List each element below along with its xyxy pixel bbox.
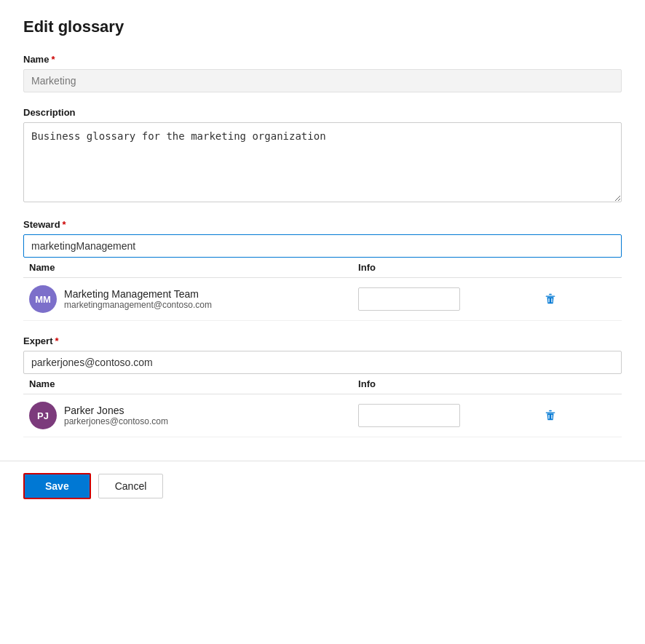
expert-label: Expert * — [23, 335, 622, 346]
steward-email: marketingmanagement@contoso.com — [64, 300, 212, 310]
expert-col-info: Info — [352, 374, 532, 394]
description-section: Description Business glossary for the ma… — [23, 107, 622, 204]
expert-name: Parker Jones — [64, 405, 168, 416]
expert-table: Name Info PJ Parker Jones parkerjones@co… — [23, 374, 622, 437]
edit-glossary-form: Edit glossary Name * Description Busines… — [0, 0, 645, 437]
name-section: Name * — [23, 54, 622, 92]
steward-info-input[interactable] — [358, 287, 460, 311]
steward-table: Name Info MM Marketing Management Team m… — [23, 258, 622, 321]
steward-col-name: Name — [23, 258, 352, 278]
expert-avatar: PJ — [29, 402, 57, 429]
steward-required-star: * — [63, 219, 66, 230]
footer-bar: Save Cancel — [0, 461, 645, 511]
svg-rect-3 — [549, 410, 552, 411]
expert-person-info: PJ Parker Jones parkerjones@contoso.com — [29, 402, 347, 429]
name-input[interactable] — [23, 69, 622, 92]
steward-col-info: Info — [352, 258, 532, 278]
expert-info-input[interactable] — [358, 404, 460, 427]
expert-col-name: Name — [23, 374, 352, 394]
cancel-button[interactable]: Cancel — [98, 474, 164, 498]
description-label: Description — [23, 107, 622, 118]
expert-search-input[interactable] — [23, 351, 622, 374]
page-title: Edit glossary — [23, 17, 622, 36]
svg-rect-0 — [545, 296, 555, 297]
expert-section: Expert * Name Info PJ Parker Jo — [23, 335, 622, 437]
expert-required-star: * — [55, 335, 58, 346]
steward-label: Steward * — [23, 219, 622, 230]
steward-avatar: MM — [29, 285, 57, 313]
steward-section: Steward * Name Info MM Marketin — [23, 219, 622, 321]
expert-email: parkerjones@contoso.com — [64, 416, 168, 426]
name-required-star: * — [51, 54, 55, 65]
steward-name: Marketing Management Team — [64, 288, 212, 300]
expert-row: PJ Parker Jones parkerjones@contoso.com — [23, 394, 622, 437]
steward-search-input[interactable] — [23, 234, 622, 258]
save-button[interactable]: Save — [23, 473, 91, 499]
steward-person-info: MM Marketing Management Team marketingma… — [29, 285, 347, 313]
expert-delete-button[interactable] — [538, 406, 616, 425]
steward-delete-button[interactable] — [538, 290, 616, 309]
name-label: Name * — [23, 54, 622, 65]
svg-rect-1 — [549, 294, 552, 295]
steward-row: MM Marketing Management Team marketingma… — [23, 278, 622, 321]
svg-rect-2 — [545, 413, 555, 413]
description-input[interactable]: Business glossary for the marketing orga… — [23, 122, 622, 202]
